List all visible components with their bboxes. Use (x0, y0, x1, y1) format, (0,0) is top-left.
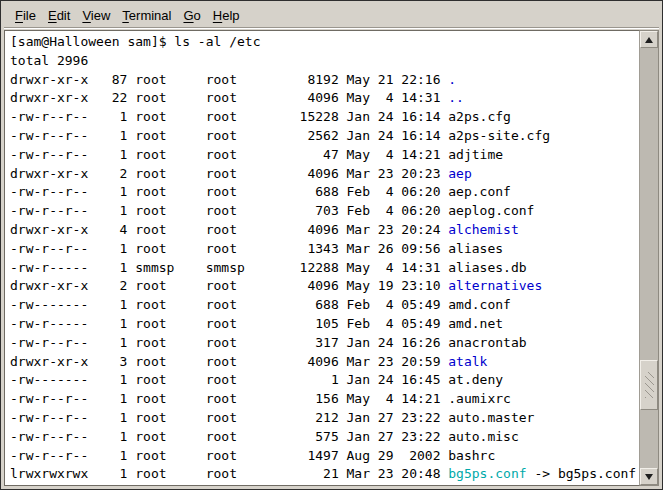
directory-name: .. (448, 90, 464, 105)
symlink-name: bg5ps.conf (448, 466, 526, 481)
terminal-text: drwxr-xr-x 4 root root 4096 Mar 23 20:24 (10, 222, 448, 237)
terminal-line: -rw-r--r-- 1 root root 317 Jan 24 16:26 … (10, 334, 639, 353)
terminal-text: -rw-r--r-- 1 root root 156 May 4 14:21 .… (10, 391, 511, 406)
terminal-line: -rw-r--r-- 1 root root 212 Jan 27 23:22 … (10, 409, 639, 428)
terminal-output[interactable]: [sam@Halloween sam]$ ls -al /etctotal 29… (4, 30, 640, 486)
terminal-text: -rw-r----- 1 smmsp smmsp 12288 May 4 14:… (10, 260, 527, 275)
scroll-down-button[interactable] (640, 468, 658, 485)
terminal-text: -rw------- 1 root root 688 Feb 4 05:49 a… (10, 297, 511, 312)
terminal-line: -rw-r--r-- 1 root root 688 Feb 4 06:20 a… (10, 183, 639, 202)
terminal-line: -rw-r--r-- 1 root root 1343 Mar 26 09:56… (10, 240, 639, 259)
scroll-up-button[interactable] (640, 31, 658, 48)
terminal-line: -rw-r--r-- 1 root root 47 May 4 14:21 ad… (10, 146, 639, 165)
terminal-line: -rw-r--r-- 1 root root 2562 Jan 24 16:14… (10, 127, 639, 146)
terminal-text: -rw-r--r-- 1 root root 1343 Mar 26 09:56… (10, 241, 503, 256)
menu-item-help[interactable]: Help (207, 5, 246, 26)
terminal-text: -rw-r----- 1 root root 105 Feb 4 05:49 a… (10, 316, 503, 331)
terminal-text: -rw-r--r-- 1 root root 575 Jan 27 23:22 … (10, 429, 519, 444)
terminal-text: drwxr-xr-x 22 root root 4096 May 4 14:31 (10, 90, 448, 105)
terminal-line: -rw-r--r-- 1 root root 575 Jan 27 23:22 … (10, 428, 639, 447)
terminal-line: -rw-r--r-- 1 root root 1497 Aug 29 2002 … (10, 447, 639, 466)
terminal-text: drwxr-xr-x 2 root root 4096 Mar 23 20:23 (10, 166, 448, 181)
terminal-line: [sam@Halloween sam]$ ls -al /etc (10, 33, 639, 52)
terminal-line: lrwxrwxrwx 1 root root 21 Mar 23 20:48 b… (10, 465, 639, 484)
terminal-text: lrwxrwxrwx 1 root root 21 Mar 23 20:48 (10, 466, 448, 481)
terminal-line: -rw-r--r-- 1 root root 15228 Jan 24 16:1… (10, 108, 639, 127)
terminal-line: -rw-r----- 1 smmsp smmsp 12288 May 4 14:… (10, 259, 639, 278)
menu-item-go[interactable]: Go (177, 5, 206, 26)
terminal-line: -rw-r--r-- 1 root root 703 Feb 4 06:20 a… (10, 202, 639, 221)
terminal-text: drwxr-xr-x 2 root root 4096 May 19 23:10 (10, 278, 448, 293)
terminal-line: -rw------- 1 root root 688 Feb 4 05:49 a… (10, 296, 639, 315)
terminal-text: -rw-r--r-- 1 root root 703 Feb 4 06:20 a… (10, 203, 534, 218)
terminal-line: drwxr-xr-x 3 root root 4096 Mar 23 20:59… (10, 353, 639, 372)
terminal-line: drwxr-xr-x 2 root root 4096 May 19 23:10… (10, 277, 639, 296)
terminal-line: drwxr-xr-x 87 root root 8192 May 21 22:1… (10, 71, 639, 90)
terminal-text: -rw-r--r-- 1 root root 15228 Jan 24 16:1… (10, 109, 511, 124)
menu-bar: FileEditViewTerminalGoHelp (4, 4, 659, 28)
terminal-line: -rw-r----- 1 root root 105 Feb 4 05:49 a… (10, 315, 639, 334)
terminal-line: drwxr-xr-x 2 root root 4096 Mar 23 20:23… (10, 165, 639, 184)
scrollbar[interactable] (640, 30, 659, 486)
terminal-text: drwxr-xr-x 3 root root 4096 Mar 23 20:59 (10, 354, 448, 369)
terminal-text: -rw-r--r-- 1 root root 317 Jan 24 16:26 … (10, 335, 527, 350)
directory-name: alternatives (448, 278, 542, 293)
directory-name: alchemist (448, 222, 518, 237)
terminal-content-area: [sam@Halloween sam]$ ls -al /etctotal 29… (4, 30, 659, 486)
menu-item-edit[interactable]: Edit (42, 5, 76, 26)
terminal-text: -> bg5ps.conf (527, 466, 637, 481)
terminal-text: -rw-r--r-- 1 root root 688 Feb 4 06:20 a… (10, 184, 511, 199)
terminal-text: drwxr-xr-x 87 root root 8192 May 21 22:1… (10, 72, 448, 87)
terminal-line: drwxr-xr-x 4 root root 4096 Mar 23 20:24… (10, 221, 639, 240)
terminal-window: FileEditViewTerminalGoHelp [sam@Hallowee… (0, 0, 663, 490)
terminal-line: total 2996 (10, 52, 639, 71)
terminal-text: -rw-r--r-- 1 root root 2562 Jan 24 16:14… (10, 128, 550, 143)
menu-item-file[interactable]: File (9, 5, 42, 26)
thumb-grip-icon (645, 372, 654, 398)
terminal-text: -rw-r--r-- 1 root root 47 May 4 14:21 ad… (10, 147, 503, 162)
directory-name: aep (448, 166, 471, 181)
scrollbar-thumb[interactable] (640, 360, 658, 410)
menu-item-terminal[interactable]: Terminal (116, 5, 177, 26)
terminal-text: [sam@Halloween sam]$ ls -al /etc (10, 34, 260, 49)
menu-item-view[interactable]: View (76, 5, 116, 26)
scroll-down-icon (645, 474, 653, 480)
terminal-text: total 2996 (10, 53, 88, 68)
terminal-line: -rw-r--r-- 1 root root 156 May 4 14:21 .… (10, 390, 639, 409)
terminal-text: -rw------- 1 root root 1 Jan 24 16:45 at… (10, 372, 503, 387)
terminal-line: drwxr-xr-x 22 root root 4096 May 4 14:31… (10, 89, 639, 108)
directory-name: atalk (448, 354, 487, 369)
terminal-text: -rw-r--r-- 1 root root 212 Jan 27 23:22 … (10, 410, 534, 425)
scrollbar-trough[interactable] (640, 48, 658, 468)
scroll-up-icon (645, 37, 653, 43)
terminal-line: -rw------- 1 root root 1 Jan 24 16:45 at… (10, 371, 639, 390)
terminal-text: -rw-r--r-- 1 root root 1497 Aug 29 2002 … (10, 448, 495, 463)
directory-name: . (448, 72, 456, 87)
